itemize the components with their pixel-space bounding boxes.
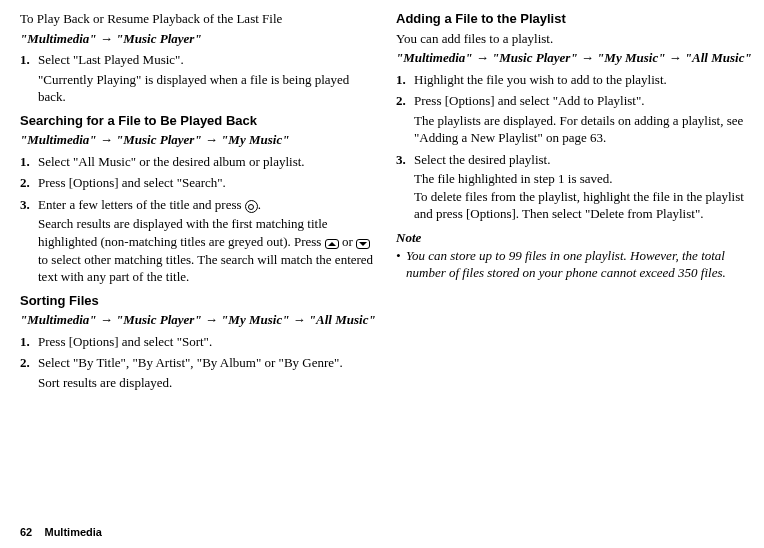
step-number: 1. (20, 333, 38, 351)
step-extra-part: or (339, 234, 356, 249)
nav-path-playback: "Multimedia" → "Music Player" (20, 30, 378, 48)
step-number: 2. (20, 174, 38, 192)
step-text: Select the desired playlist. (414, 151, 754, 169)
page-footer: 62 Multimedia (20, 525, 102, 540)
page: To Play Back or Resume Playback of the L… (0, 0, 764, 548)
step-text-part: Enter a few letters of the title and pre… (38, 197, 245, 212)
footer-section: Multimedia (44, 526, 101, 538)
step-number: 2. (396, 92, 414, 110)
nav-up-icon (325, 239, 339, 249)
step-text: Select "All Music" or the desired album … (38, 153, 378, 171)
step-text: Press [Options] and select "Search". (38, 174, 378, 192)
section-title-sort: Sorting Files (20, 292, 378, 310)
step-extra: The playlists are displayed. For details… (414, 112, 754, 147)
step-text: Enter a few letters of the title and pre… (38, 196, 378, 214)
note-body: • You can store up to 99 files in one pl… (396, 247, 754, 282)
note-text: You can store up to 99 files in one play… (406, 247, 754, 282)
step-text: Select "Last Played Music". (38, 51, 378, 69)
nav-path-add-playlist: "Multimedia" → "Music Player" → "My Musi… (396, 49, 754, 67)
step: 1. Highlight the file you wish to add to… (396, 71, 754, 89)
step-extra-part: to select other matching titles. The sea… (38, 252, 373, 285)
step-number: 1. (396, 71, 414, 89)
step-text: Select "By Title", "By Artist", "By Albu… (38, 354, 378, 372)
left-column: To Play Back or Resume Playback of the L… (20, 8, 378, 540)
step: 2. Press [Options] and select "Search". (20, 174, 378, 192)
step: 2. Press [Options] and select "Add to Pl… (396, 92, 754, 110)
center-key-icon (245, 200, 258, 213)
step-extra: Search results are displayed with the fi… (38, 215, 378, 285)
step-text-part: . (258, 197, 261, 212)
section-title-search: Searching for a File to Be Played Back (20, 112, 378, 130)
step-extra: The file highlighted in step 1 is saved.… (414, 170, 754, 223)
note-label: Note (396, 229, 754, 247)
step: 1. Select "All Music" or the desired alb… (20, 153, 378, 171)
step-extra-part: Search results are displayed with the fi… (38, 216, 328, 249)
step-text: Press [Options] and select "Add to Playl… (414, 92, 754, 110)
step-number: 1. (20, 51, 38, 69)
step-number: 2. (20, 354, 38, 372)
step: 3. Enter a few letters of the title and … (20, 196, 378, 214)
step-text: Press [Options] and select "Sort". (38, 333, 378, 351)
page-number: 62 (20, 526, 32, 538)
step-extra: Sort results are displayed. (38, 374, 378, 392)
step-number: 1. (20, 153, 38, 171)
section-intro: You can add files to a playlist. (396, 30, 754, 48)
bullet-icon: • (396, 247, 406, 282)
step-text: Highlight the file you wish to add to th… (414, 71, 754, 89)
section-title-playback: To Play Back or Resume Playback of the L… (20, 10, 378, 28)
step: 1. Press [Options] and select "Sort". (20, 333, 378, 351)
step: 3. Select the desired playlist. (396, 151, 754, 169)
nav-path-search: "Multimedia" → "Music Player" → "My Musi… (20, 131, 378, 149)
step-number: 3. (396, 151, 414, 169)
step-number: 3. (20, 196, 38, 214)
right-column: Adding a File to the Playlist You can ad… (396, 8, 754, 540)
step-extra: "Currently Playing" is displayed when a … (38, 71, 378, 106)
nav-down-icon (356, 239, 370, 249)
nav-path-sort: "Multimedia" → "Music Player" → "My Musi… (20, 311, 378, 329)
step: 2. Select "By Title", "By Artist", "By A… (20, 354, 378, 372)
section-title-add-playlist: Adding a File to the Playlist (396, 10, 754, 28)
step: 1. Select "Last Played Music". (20, 51, 378, 69)
